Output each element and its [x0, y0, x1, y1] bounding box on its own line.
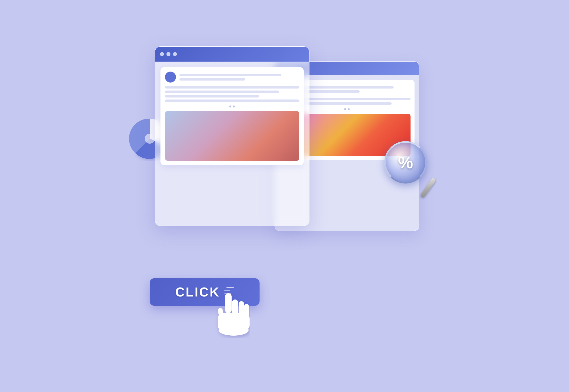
- front-dot-1: [160, 52, 164, 56]
- front-dot-3: [173, 52, 177, 56]
- front-indicator-2: [233, 105, 235, 107]
- svg-point-0: [145, 134, 155, 144]
- browser-window-front: [155, 46, 309, 226]
- back-indicator-1: [344, 108, 346, 110]
- back-indicator-2: [348, 108, 350, 110]
- front-content-line-3: [165, 95, 259, 98]
- browser-front-header: [155, 47, 309, 62]
- percent-symbol: %: [398, 153, 413, 172]
- front-indicator-1: [229, 105, 231, 107]
- front-card-image: [165, 111, 299, 161]
- front-content-card: [160, 67, 304, 165]
- front-content-line-2: [165, 91, 279, 93]
- front-dot-2: [166, 52, 170, 56]
- front-title-line: [179, 74, 281, 76]
- back-title-line: [297, 86, 394, 89]
- svg-point-7: [219, 325, 249, 336]
- front-content-line-4: [165, 99, 299, 102]
- front-subtitle-line: [179, 78, 245, 81]
- magnifier-handle: [420, 177, 436, 198]
- svg-rect-1: [225, 293, 232, 313]
- magnifier-icon: %: [384, 141, 439, 201]
- front-content-line-1: [165, 86, 299, 89]
- hand-cursor-icon: [210, 288, 250, 338]
- illustration-scene: CLICK: [135, 46, 434, 346]
- front-avatar: [165, 72, 176, 83]
